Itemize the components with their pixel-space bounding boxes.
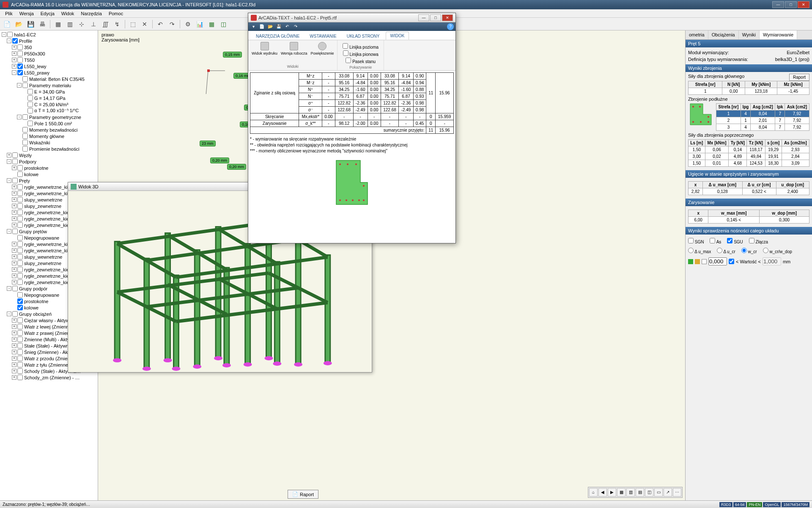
tree-checkbox[interactable] [12,229,18,234]
tree-checkbox[interactable] [17,184,23,190]
document-area[interactable]: Zginanie z siłą osiowąM⁺z-33.089.140.003… [248,71,455,243]
tree-item[interactable]: +Węzły [1,152,97,158]
tree-item[interactable]: -Profile [1,38,97,44]
tree-checkbox[interactable] [17,337,23,342]
expand-icon[interactable]: - [17,115,22,119]
tree-checkbox[interactable] [17,298,23,304]
tab-geometria[interactable]: ometria [686,30,708,39]
qat-new-icon[interactable]: 📄 [258,23,265,30]
tree-checkbox[interactable] [12,178,18,183]
tree-item[interactable]: +Schody_zm (Zmienne) - … [1,374,97,381]
tree-item[interactable]: -Parametry geometryczne [1,114,97,120]
tree-checkbox[interactable] [22,83,28,88]
qat-undo-icon[interactable]: ↶ [284,23,291,30]
3d-icon[interactable]: ◫ [218,19,228,29]
expand-icon[interactable]: - [7,229,11,234]
value-chk[interactable] [729,259,734,264]
nosnosc-chk-As[interactable]: As [710,238,721,244]
expand-icon[interactable]: + [12,45,16,50]
expand-icon[interactable]: + [12,331,16,335]
excel-icon[interactable]: ▦ [206,19,217,29]
qat-menu-icon[interactable]: ▾ [250,23,257,30]
vp-grid2-icon[interactable]: ▥ [626,488,635,497]
tree-checkbox[interactable] [17,343,23,348]
expand-icon[interactable]: + [12,248,16,253]
tree-checkbox[interactable] [22,114,28,120]
tree-checkbox[interactable] [17,248,23,253]
tree-item[interactable]: C = 25,00 kN/m³ [1,101,97,108]
tree-checkbox[interactable] [17,349,23,355]
vp-grid3-icon[interactable]: ▤ [636,488,644,497]
expand-icon[interactable]: + [12,337,16,342]
tree-checkbox[interactable] [27,108,33,113]
maximize-button[interactable]: □ [785,1,797,8]
tab-wymiarowanie[interactable]: Wymiarowanie [760,30,797,39]
expand-icon[interactable]: - [7,178,11,183]
undo-icon[interactable]: ↶ [155,19,165,29]
expand-icon[interactable]: + [12,51,16,56]
tree-item[interactable]: Momenty bezwładności [1,127,97,133]
tree-item[interactable]: α T = 1,00 x10⁻⁵ 1/°C [1,108,97,114]
nosnosc-radio[interactable]: Δ u_max [688,248,711,254]
tree-checkbox[interactable] [17,203,23,209]
expand-icon[interactable]: + [12,216,16,221]
delete-icon[interactable]: ✕ [140,19,150,29]
expand-icon[interactable]: + [12,242,16,246]
expand-icon[interactable]: - [2,32,6,37]
tree-item[interactable]: Momenty główne [1,133,97,139]
expand-icon[interactable]: + [12,369,16,373]
expand-icon[interactable]: - [7,312,11,316]
tree-checkbox[interactable] [17,260,23,266]
tree-item[interactable]: E = 34,00 GPa [1,88,97,95]
tree-checkbox[interactable] [22,146,28,152]
tab-wyniki[interactable]: Wyniki [739,30,760,39]
expand-icon[interactable]: + [7,153,11,157]
grid2-icon[interactable]: ▥ [65,19,75,29]
menu-narzedzia[interactable]: Narzędzia [77,11,105,16]
expand-icon[interactable]: + [12,58,16,62]
expand-icon[interactable]: - [7,286,11,291]
tree-item[interactable]: Promienie bezwładności [1,146,97,152]
vp-more-icon[interactable]: ⋯ [673,488,681,497]
tree-item[interactable]: -Parametry materiału [1,82,97,88]
results-icon[interactable]: 📊 [195,19,205,29]
nosnosc-chk-SGN[interactable]: SGN [688,238,704,244]
tree-checkbox[interactable] [17,324,23,329]
tree-checkbox[interactable] [17,51,23,56]
print-icon[interactable]: 🖶 [37,19,47,29]
rtab-uklad[interactable]: UKŁAD STRONY [343,33,384,40]
save-icon[interactable]: 💾 [25,19,36,29]
tree-checkbox[interactable] [27,89,33,94]
tree-checkbox[interactable] [17,216,23,221]
tree-checkbox[interactable] [17,318,23,323]
menu-wersja[interactable]: Wersja [16,11,37,16]
value-max-input[interactable] [763,257,781,265]
pasek-stanu-chk[interactable]: Pasek stanu [343,57,379,64]
value-min-input[interactable] [708,257,727,265]
tree-item[interactable]: +L550_lewy [1,63,97,69]
tree-checkbox[interactable] [17,235,23,240]
tree-checkbox[interactable] [17,330,23,336]
tree-checkbox[interactable] [17,267,23,272]
tree-checkbox[interactable] [12,311,18,317]
select-icon[interactable]: ⬚ [128,19,138,29]
open-icon[interactable]: 📂 [14,19,24,29]
tree-checkbox[interactable] [22,127,28,133]
tree-checkbox[interactable] [17,279,23,285]
tree-item[interactable]: +prostokotne [1,165,97,171]
nosnosc-chk-SGU[interactable]: SGU [727,238,743,244]
rtab-narzedzia[interactable]: NARZĘDZIA GŁÓWNE [252,33,304,40]
tree-checkbox[interactable] [17,210,23,215]
tree-item[interactable]: Pole 1 550,00 cm² [1,120,97,127]
redo-icon[interactable]: ↷ [167,19,177,29]
tree-item[interactable]: +350 [1,44,97,50]
expand-icon[interactable]: + [12,197,16,202]
expand-icon[interactable]: + [12,261,16,265]
tree-checkbox[interactable] [12,152,18,158]
rtab-widok[interactable]: WIDOK [386,32,409,40]
tree-checkbox[interactable] [22,140,28,145]
tree-checkbox[interactable] [17,254,23,260]
vp-right-icon[interactable]: ▶ [608,488,616,497]
tree-checkbox[interactable] [17,190,23,196]
tree-item[interactable]: -L550_prawy [1,69,97,76]
